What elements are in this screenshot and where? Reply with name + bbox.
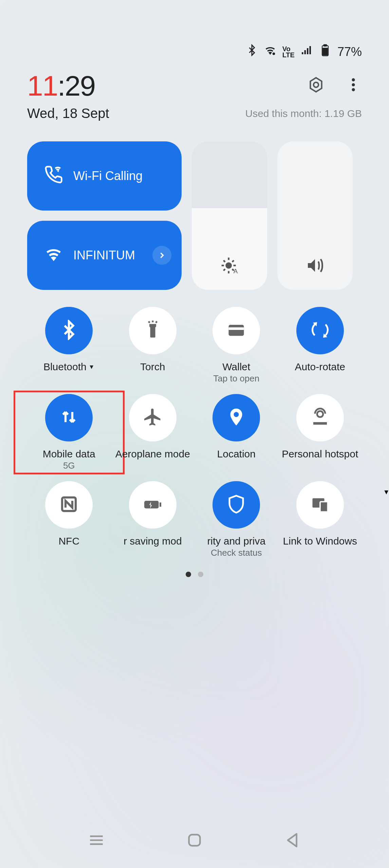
link-windows-icon xyxy=(310,494,330,516)
brightness-slider[interactable]: A xyxy=(192,141,267,290)
bluetooth-icon xyxy=(59,320,79,341)
location-icon xyxy=(226,407,246,429)
svg-rect-31 xyxy=(160,502,161,507)
wallet-tile[interactable]: Wallet Tap to open xyxy=(194,307,278,384)
aeroplane-icon xyxy=(143,407,163,429)
wallet-icon xyxy=(226,320,246,341)
recents-button[interactable] xyxy=(87,831,106,851)
svg-rect-33 xyxy=(320,502,328,512)
hotspot-tile[interactable]: Personal hotspot xyxy=(278,394,362,471)
wifi-calling-icon xyxy=(44,165,63,187)
wifi-network-label: INFINITUM xyxy=(73,248,135,262)
power-saving-tile[interactable]: r saving mod xyxy=(111,481,195,558)
wifi-icon xyxy=(44,244,63,267)
wifi-status-icon xyxy=(264,44,276,59)
battery-percentage: 77% xyxy=(337,45,362,59)
volte-status-icon: VoLTE xyxy=(282,46,295,58)
autorotate-icon xyxy=(310,320,330,341)
nfc-icon xyxy=(59,494,79,516)
volume-slider[interactable] xyxy=(277,141,353,290)
wifi-calling-label: Wi-Fi Calling xyxy=(73,169,143,183)
brightness-icon: A xyxy=(220,256,239,276)
volume-icon xyxy=(305,256,325,276)
hotspot-icon xyxy=(310,407,330,429)
svg-rect-1 xyxy=(302,52,303,54)
settings-gear-icon[interactable] xyxy=(308,76,325,95)
nfc-tile[interactable]: NFC xyxy=(27,481,111,558)
status-bar: VoLTE 77% xyxy=(27,0,362,70)
svg-rect-4 xyxy=(309,46,311,54)
torch-tile[interactable]: Torch xyxy=(111,307,195,384)
data-usage-label: Used this month: 1.19 GB xyxy=(245,108,362,119)
aeroplane-mode-tile[interactable]: Aeroplane mode xyxy=(111,394,195,471)
svg-rect-7 xyxy=(323,48,328,55)
svg-point-11 xyxy=(352,83,355,86)
svg-rect-3 xyxy=(307,48,309,54)
svg-marker-8 xyxy=(310,78,321,92)
location-tile[interactable]: Location xyxy=(194,394,278,471)
home-button[interactable] xyxy=(185,831,204,851)
page-indicator xyxy=(27,572,362,577)
svg-point-0 xyxy=(272,53,275,55)
svg-text:A: A xyxy=(234,268,238,275)
highlight-box xyxy=(14,391,125,474)
bluetooth-tile[interactable]: Bluetooth▼ xyxy=(27,307,111,384)
svg-point-12 xyxy=(352,88,355,91)
svg-point-9 xyxy=(314,82,319,87)
wifi-expand-icon[interactable] xyxy=(152,246,171,265)
svg-rect-30 xyxy=(144,501,159,509)
security-privacy-tile[interactable]: rity and priva Check status xyxy=(194,481,278,558)
date-label: Wed, 18 Sept xyxy=(27,106,109,121)
back-button[interactable] xyxy=(283,831,302,851)
signal-status-icon xyxy=(301,44,313,59)
svg-line-25 xyxy=(148,321,150,323)
wifi-calling-tile[interactable]: Wi-Fi Calling xyxy=(27,141,182,211)
torch-icon xyxy=(143,320,163,341)
svg-line-26 xyxy=(156,321,157,323)
svg-point-13 xyxy=(225,262,232,269)
svg-rect-37 xyxy=(189,835,200,846)
svg-point-10 xyxy=(352,78,355,81)
svg-line-21 xyxy=(232,260,234,262)
link-windows-tile[interactable]: Link to Windows xyxy=(278,481,362,558)
svg-rect-6 xyxy=(323,45,327,46)
svg-rect-27 xyxy=(229,325,244,336)
swipe-more-caret: ▼ xyxy=(383,488,389,496)
svg-line-20 xyxy=(224,269,225,271)
battery-status-icon xyxy=(319,44,331,59)
mobile-data-tile[interactable]: Mobile data 5G xyxy=(27,394,111,471)
clock-time: 11:29 xyxy=(27,70,95,102)
battery-save-icon xyxy=(143,494,163,516)
wifi-network-tile[interactable]: INFINITUM xyxy=(27,221,182,290)
svg-rect-28 xyxy=(229,328,244,330)
more-menu-icon[interactable] xyxy=(345,76,362,95)
bluetooth-status-icon xyxy=(246,44,258,59)
navigation-bar xyxy=(0,831,389,851)
svg-rect-2 xyxy=(304,50,306,54)
shield-icon xyxy=(226,494,246,516)
autorotate-tile[interactable]: Auto-rotate xyxy=(278,307,362,384)
svg-line-18 xyxy=(224,260,225,262)
